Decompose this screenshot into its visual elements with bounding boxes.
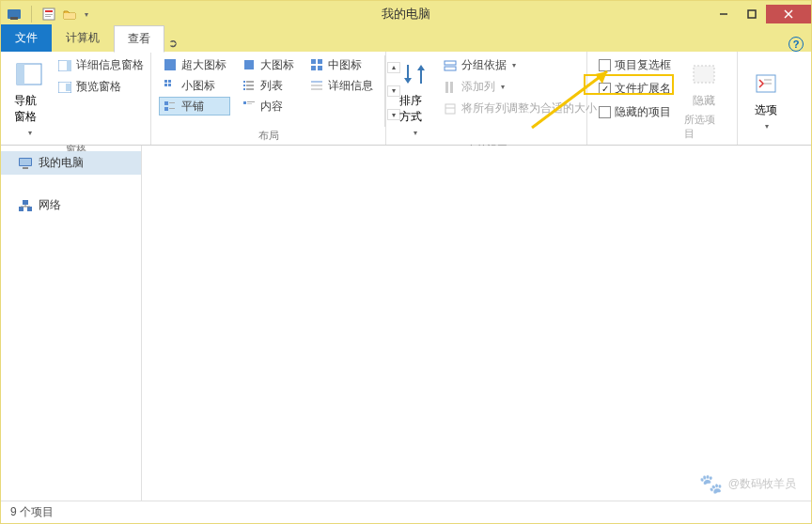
svg-rect-24: [168, 80, 171, 83]
tiles-icon: [163, 99, 178, 114]
svg-rect-12: [17, 64, 24, 85]
layout-extra-large[interactable]: 超大图标: [159, 55, 230, 74]
layout-tiles[interactable]: 平铺: [159, 97, 230, 116]
content-icon: [242, 99, 257, 114]
svg-rect-62: [27, 207, 32, 211]
svg-rect-48: [450, 82, 453, 93]
svg-rect-42: [247, 103, 252, 104]
svg-rect-17: [164, 59, 176, 70]
chevron-down-icon: ▾: [414, 129, 417, 137]
sidebar-item-my-computer[interactable]: 我的电脑: [1, 151, 141, 175]
app-icon: [7, 7, 22, 22]
maximize-button[interactable]: [738, 5, 766, 23]
group-by-button[interactable]: 分组依据▾: [439, 55, 601, 75]
svg-rect-16: [66, 84, 70, 91]
layout-large[interactable]: 大图标: [238, 55, 298, 74]
svg-rect-6: [64, 13, 75, 19]
ribbon-tabs: 文件 计算机 查看 ➲ ?: [1, 27, 811, 52]
svg-rect-1: [10, 17, 18, 20]
layout-list[interactable]: 列表: [238, 76, 298, 95]
fit-columns-button: 将所有列调整为合适的大小: [439, 99, 601, 118]
hidden-items-toggle[interactable]: 隐藏的项目: [595, 102, 675, 122]
svg-rect-4: [45, 14, 53, 15]
folder-nav-icon[interactable]: [62, 7, 77, 22]
preview-pane-icon: [57, 80, 72, 95]
details-pane-button[interactable]: 详细信息窗格: [54, 55, 148, 75]
item-checkboxes-toggle[interactable]: 项目复选框: [595, 55, 675, 75]
network-icon: [18, 198, 33, 213]
titlebar: ▾ 我的电脑: [1, 1, 811, 27]
options-button[interactable]: 选项 ▾: [745, 55, 787, 143]
group-label-layout: 布局: [159, 127, 378, 143]
computer-icon: [18, 156, 33, 171]
svg-rect-45: [445, 61, 456, 65]
svg-rect-23: [164, 80, 167, 83]
sidebar-item-network[interactable]: 网络: [1, 193, 141, 217]
svg-rect-21: [311, 66, 316, 70]
small-icon: [163, 78, 178, 93]
fit-columns-icon: [443, 101, 458, 116]
svg-rect-41: [247, 101, 255, 102]
svg-rect-22: [318, 66, 322, 70]
svg-rect-14: [67, 60, 71, 71]
add-columns-button: 添加列▾: [439, 77, 601, 97]
content-area: 我的电脑 网络: [1, 146, 811, 501]
chevron-down-icon: ▾: [28, 129, 32, 137]
qat-dropdown-icon[interactable]: ▾: [85, 10, 88, 19]
minimize-button[interactable]: [710, 5, 738, 23]
svg-rect-29: [243, 85, 245, 86]
medium-icon: [309, 57, 324, 72]
item-count: 9 个项目: [10, 504, 54, 520]
preview-pane-button[interactable]: 预览窗格: [54, 77, 148, 97]
sort-by-button[interactable]: 排序方式 ▾: [394, 55, 435, 141]
svg-rect-27: [243, 81, 245, 83]
svg-rect-39: [169, 108, 175, 109]
details-icon: [309, 78, 324, 93]
chevron-down-icon: ▾: [765, 122, 769, 131]
layout-small[interactable]: 小图标: [159, 76, 230, 95]
svg-rect-47: [445, 82, 448, 93]
svg-rect-49: [445, 104, 455, 114]
layout-content[interactable]: 内容: [238, 97, 298, 116]
ribbon: 导航窗格 ▾ 详细信息窗格 预览窗格 窗格: [1, 52, 811, 146]
statusbar: 9 个项目: [1, 501, 811, 523]
checkbox-icon: [599, 106, 611, 118]
help-icon[interactable]: ?: [789, 37, 804, 52]
svg-rect-18: [244, 60, 254, 69]
svg-rect-8: [748, 10, 756, 18]
properties-icon[interactable]: [41, 7, 56, 22]
chevron-down-icon: ▾: [512, 61, 516, 69]
group-panes: 导航窗格 ▾ 详细信息窗格 预览窗格 窗格: [1, 52, 151, 145]
checkbox-icon: [599, 59, 611, 71]
svg-rect-3: [45, 10, 53, 12]
close-button[interactable]: [766, 5, 811, 23]
navigation-sidebar: 我的电脑 网络: [1, 146, 142, 501]
paw-icon: 🐾: [699, 472, 723, 495]
group-by-icon: [443, 58, 458, 73]
file-list-area[interactable]: [142, 146, 811, 501]
checkbox-checked-icon: [599, 83, 611, 95]
svg-rect-58: [20, 159, 31, 165]
svg-rect-32: [246, 88, 254, 90]
svg-rect-30: [246, 85, 254, 86]
group-layout: 超大图标 大图标 中图标 小图标 列表 详细信息 平铺 内容 ▴ ▾ ▾ 布局: [151, 52, 386, 145]
watermark: 🐾 @数码牧羊员: [699, 472, 796, 495]
list-icon: [242, 78, 257, 93]
nav-pane-label: 导航窗格: [14, 93, 44, 125]
tab-computer[interactable]: 计算机: [52, 24, 114, 52]
file-extensions-toggle[interactable]: 文件扩展名: [595, 79, 675, 99]
svg-rect-36: [164, 101, 168, 105]
tab-view[interactable]: 查看: [114, 25, 164, 53]
svg-rect-46: [445, 67, 456, 70]
details-pane-icon: [57, 58, 72, 73]
layout-details[interactable]: 详细信息: [305, 76, 377, 95]
svg-rect-38: [164, 107, 168, 111]
collapse-ribbon-icon[interactable]: ➲: [164, 35, 181, 52]
navigation-pane-button[interactable]: 导航窗格 ▾: [8, 55, 50, 141]
group-show-hide: 项目复选框 文件扩展名 隐藏的项目 隐藏 所选项目 显示/隐藏: [587, 52, 738, 145]
explorer-window: ▾ 我的电脑 文件 计算机 查看 ➲ ? 导航窗格 ▾: [0, 0, 812, 524]
layout-medium[interactable]: 中图标: [305, 55, 377, 74]
svg-rect-25: [164, 84, 167, 86]
tab-file[interactable]: 文件: [1, 24, 52, 52]
svg-rect-31: [243, 88, 245, 90]
